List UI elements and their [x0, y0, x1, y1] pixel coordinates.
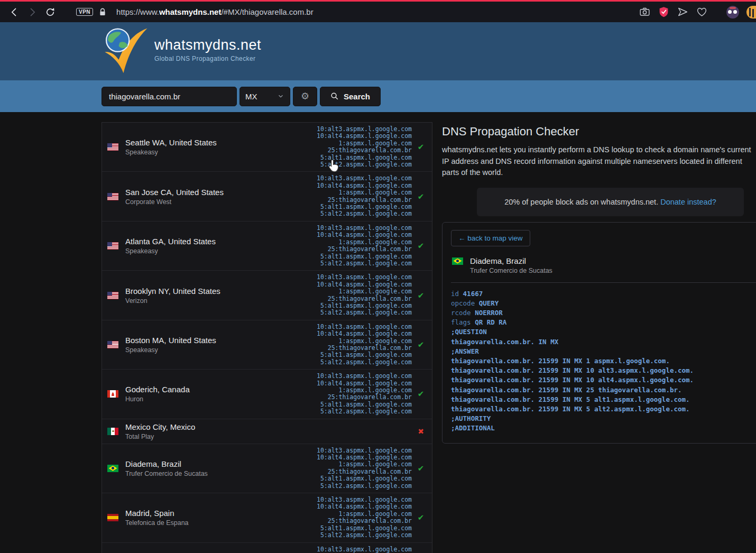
country-flag-icon: [107, 428, 118, 435]
query-line: id 41667: [451, 289, 756, 299]
dns-record-line: 5:alt2.aspmx.l.google.com: [317, 532, 412, 539]
location-city: Seattle WA, United States: [125, 138, 317, 147]
location-city: Goderich, Canada: [125, 385, 317, 394]
location-provider: Speakeasy: [125, 149, 317, 156]
country-flag-icon: [107, 242, 118, 250]
query-line: thiagovarella.com.br. 21599 IN MX 25 thi…: [451, 385, 756, 395]
query-line: thiagovarella.com.br. 21599 IN MX 10 alt…: [451, 366, 756, 375]
query-line: ;AUTHORITY: [451, 414, 756, 423]
dns-record-line: 1:aspmx.l.google.com: [317, 189, 412, 196]
location-city: Boston MA, United States: [125, 336, 317, 345]
detail-city: Diadema, Brazil: [470, 256, 756, 265]
page-title: DNS Propagation Checker: [442, 125, 756, 139]
query-line: thiagovarella.com.br. IN MX: [451, 337, 756, 347]
query-line: ;QUESTION: [451, 327, 756, 337]
dns-record-line: 1:aspmx.l.google.com: [317, 140, 412, 147]
dns-records: 10:alt3.aspmx.l.google.com10:alt4.aspmx.…: [317, 225, 412, 267]
location-detail-panel: ← back to map view Diadema, Brazil Trufe…: [442, 222, 756, 444]
dns-record-line: 10:alt4.aspmx.l.google.com: [317, 182, 412, 189]
logo-title: whatsmydns.net: [154, 37, 261, 53]
country-flag-icon: [452, 257, 463, 265]
dns-record-line: 10:alt3.aspmx.l.google.com: [317, 225, 412, 232]
logo-subtitle: Global DNS Propagation Checker: [154, 55, 261, 62]
dns-records: 10:alt3.aspmx.l.google.com10:alt4.aspmx.…: [317, 274, 412, 316]
country-flag-icon: [107, 292, 118, 299]
location-row[interactable]: Atlanta GA, United States Speakeasy 10:a…: [102, 222, 432, 271]
dns-query-output: id 41667opcode QUERYrcode NOERRORflags Q…: [451, 289, 756, 434]
vpn-badge[interactable]: VPN: [76, 8, 93, 16]
country-flag-icon: [107, 143, 118, 151]
back-to-map-button[interactable]: ← back to map view: [451, 230, 530, 246]
donation-notice: 20% of people block ads on whatsmydns.ne…: [477, 188, 744, 216]
extension-icon[interactable]: [746, 6, 756, 19]
dns-record-line: 1:aspmx.l.google.com: [317, 511, 412, 518]
location-row[interactable]: Diadema, Brazil Trufer Comercio de Sucat…: [102, 444, 432, 493]
dns-record-line: 5:alt1.aspmx.l.google.com: [317, 154, 412, 161]
dns-record-line: 5:alt1.aspmx.l.google.com: [317, 525, 412, 532]
url-path: /#MX/thiagovarella.com.br: [221, 7, 313, 16]
dns-record-line: 10:alt3.aspmx.l.google.com: [317, 373, 412, 380]
back-icon[interactable]: [7, 5, 21, 19]
url-domain: whatsmydns.net: [159, 7, 222, 16]
location-row[interactable]: Mexico City, Mexico Total Play ✖: [102, 419, 432, 444]
location-row[interactable]: Goderich, Canada Huron 10:alt3.aspmx.l.g…: [102, 370, 432, 419]
location-provider: Total Play: [125, 433, 412, 440]
url-bar[interactable]: https://www.whatsmydns.net/#MX/thiagovar…: [116, 7, 639, 16]
search-icon: [330, 92, 339, 100]
record-type-value: MX: [245, 92, 257, 101]
adblock-shield-icon[interactable]: [658, 6, 669, 18]
dns-record-line: 5:alt1.aspmx.l.google.com: [317, 253, 412, 260]
country-flag-icon: [107, 390, 118, 398]
location-provider: Huron: [125, 395, 317, 403]
location-row[interactable]: Cambridge, United Kingdom WCMC 10:alt3.a…: [102, 543, 432, 553]
send-paper-plane-icon[interactable]: [677, 6, 688, 18]
domain-input[interactable]: [102, 87, 237, 106]
location-row[interactable]: Seattle WA, United States Speakeasy 10:a…: [102, 123, 432, 172]
dns-record-line: 1:aspmx.l.google.com: [317, 387, 412, 394]
screenshot-camera-icon[interactable]: [639, 6, 650, 18]
logo-globe-check-icon: [102, 26, 150, 76]
chevron-down-icon: [277, 93, 284, 100]
query-line: ;ADDITIONAL: [451, 423, 756, 433]
dns-record-line: 5:alt1.aspmx.l.google.com: [317, 352, 412, 358]
location-city: Diadema, Brazil: [125, 459, 317, 468]
dns-record-line: 1:aspmx.l.google.com: [317, 338, 412, 345]
location-row[interactable]: Boston MA, United States Speakeasy 10:al…: [102, 320, 432, 370]
query-line: thiagovarella.com.br. 21599 IN MX 5 alt2…: [451, 404, 756, 414]
bookmark-heart-icon[interactable]: [696, 6, 707, 18]
location-city: Mexico City, Mexico: [125, 422, 412, 431]
profile-avatar-icon[interactable]: [726, 6, 739, 19]
dns-record-line: 5:alt1.aspmx.l.google.com: [317, 204, 412, 210]
dns-record-line: 10:alt3.aspmx.l.google.com: [317, 546, 412, 553]
lock-icon[interactable]: [98, 7, 107, 17]
location-provider: Verizon: [125, 297, 317, 305]
browser-toolbar: VPN https://www.whatsmydns.net/#MX/thiag…: [0, 0, 756, 22]
query-line: thiagovarella.com.br. 21599 IN MX 10 alt…: [451, 375, 756, 385]
dns-record-line: 10:alt3.aspmx.l.google.com: [317, 324, 412, 330]
country-flag-icon: [107, 514, 118, 521]
results-list: Seattle WA, United States Speakeasy 10:a…: [102, 122, 432, 553]
dns-record-line: 25:thiagovarella.com.br: [317, 197, 412, 204]
cross-icon: ✖: [414, 427, 428, 436]
location-row[interactable]: Brooklyn NY, United States Verizon 10:al…: [102, 271, 432, 320]
location-row[interactable]: Madrid, Spain Telefonica de Espana 10:al…: [102, 493, 432, 542]
site-logo[interactable]: whatsmydns.net Global DNS Propagation Ch…: [102, 26, 261, 76]
dns-record-line: 10:alt3.aspmx.l.google.com: [317, 496, 412, 503]
check-icon: ✔: [414, 389, 428, 399]
dns-record-line: 10:alt4.aspmx.l.google.com: [317, 380, 412, 387]
forward-icon[interactable]: [25, 5, 39, 19]
check-icon: ✔: [414, 291, 428, 300]
search-button-label: Search: [344, 92, 370, 101]
query-line: flags QR RD RA: [451, 318, 756, 327]
location-row[interactable]: San Jose CA, United States Corporate Wes…: [102, 172, 432, 221]
site-header: whatsmydns.net Global DNS Propagation Ch…: [0, 22, 756, 80]
dns-records: 10:alt3.aspmx.l.google.com10:alt4.aspmx.…: [317, 175, 412, 217]
search-button[interactable]: Search: [320, 87, 381, 106]
dns-record-line: 5:alt2.aspmx.l.google.com: [317, 210, 412, 217]
options-gear-button[interactable]: ⚙: [293, 87, 317, 106]
dns-record-line: 10:alt4.aspmx.l.google.com: [317, 133, 412, 140]
reload-icon[interactable]: [43, 5, 57, 19]
url-prefix: https://www.: [116, 7, 159, 16]
donate-link[interactable]: Donate instead?: [660, 198, 716, 206]
record-type-select[interactable]: MX: [239, 87, 290, 106]
